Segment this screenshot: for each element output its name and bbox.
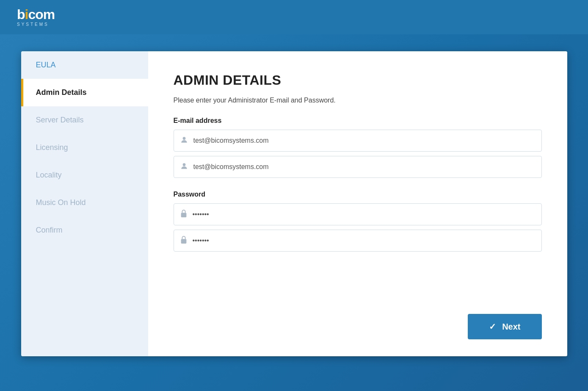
email1-input[interactable]: [193, 130, 536, 151]
password2-input[interactable]: [193, 230, 536, 251]
sidebar-item-locality[interactable]: Locality: [21, 161, 148, 189]
svg-rect-2: [181, 213, 186, 217]
svg-point-0: [182, 137, 185, 140]
email2-wrapper: [174, 156, 542, 178]
next-button[interactable]: ✓ Next: [468, 314, 541, 339]
content-area: ADMIN DETAILS Please enter your Administ…: [148, 51, 567, 356]
page-description: Please enter your Administrator E-mail a…: [174, 97, 542, 104]
lock-icon-1: [180, 209, 188, 220]
password2-wrapper: [174, 230, 542, 252]
sidebar-item-admin-details[interactable]: Admin Details: [21, 79, 148, 106]
password1-wrapper: [174, 203, 542, 225]
next-button-label: Next: [502, 322, 520, 332]
svg-point-1: [182, 163, 185, 166]
footer-actions: ✓ Next: [468, 314, 541, 339]
email-section-label: E-mail address: [174, 117, 542, 125]
logo: bicom SYSTEMS: [17, 8, 55, 27]
sidebar-item-confirm[interactable]: Confirm: [21, 216, 148, 244]
lock-icon-2: [180, 236, 188, 246]
check-icon: ✓: [489, 322, 496, 332]
app-header: bicom SYSTEMS: [0, 0, 588, 34]
password-section: Password: [174, 191, 542, 252]
sidebar-item-server-details[interactable]: Server Details: [21, 106, 148, 134]
email-section: E-mail address: [174, 117, 542, 178]
sidebar: EULA Admin Details Server Details Licens…: [21, 51, 148, 356]
password1-input[interactable]: [193, 204, 536, 225]
user-icon-2: [180, 162, 188, 172]
password-section-label: Password: [174, 191, 542, 198]
main-container: EULA Admin Details Server Details Licens…: [21, 51, 567, 356]
email1-wrapper: [174, 130, 542, 152]
email2-input[interactable]: [193, 156, 536, 177]
logo-systems: SYSTEMS: [17, 22, 55, 27]
sidebar-item-eula[interactable]: EULA: [21, 51, 148, 79]
user-icon-1: [180, 136, 188, 146]
logo-bicom: bicom: [17, 8, 55, 21]
page-title: ADMIN DETAILS: [174, 72, 542, 88]
sidebar-item-music-on-hold[interactable]: Music On Hold: [21, 189, 148, 216]
sidebar-item-licensing[interactable]: Licensing: [21, 134, 148, 161]
svg-rect-3: [181, 239, 186, 244]
